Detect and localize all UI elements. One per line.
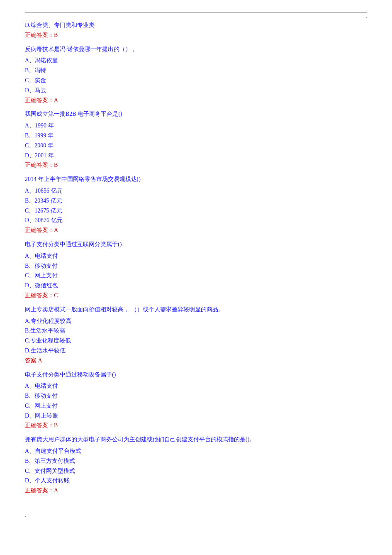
question-block-q5: 电子支付分类中通过互联网分类属于() A、电话支付 B、移动支付 C、网上支付 … <box>25 240 367 301</box>
question-text-q3: 我国成立第一批B2B 电子商务平台是() <box>25 109 367 119</box>
answer-q7: 正确答案：B <box>25 421 367 430</box>
option-a-q4: A、10856 亿元 <box>25 186 367 196</box>
option-b-q6: B.生活水平较高 <box>25 326 367 336</box>
option-a-q5: A、电话支付 <box>25 251 367 261</box>
answer-q4: 正确答案：A <box>25 225 367 235</box>
option-b-q4: B、20345 亿元 <box>25 196 367 206</box>
answer-q1: 正确答案：B <box>25 30 367 40</box>
option-c-q4: C、12675 亿元 <box>25 206 367 216</box>
question-block-q1: D.综合类、专门类和专业类 正确答案：B <box>25 20 367 40</box>
option-b-q7: B、移动支付 <box>25 391 367 401</box>
option-c-q7: C、网上支付 <box>25 401 367 411</box>
question-block-q8: 拥有庞大用户群体的大型电子商务公司为主创建或他们自己创建支付平台的模式指的是()… <box>25 435 367 496</box>
top-divider <box>25 12 367 13</box>
answer-q5: 正确答案：C <box>25 291 367 301</box>
option-c-q3: C、2000 年 <box>25 141 367 151</box>
option-a-q2: A、冯诺依曼 <box>25 56 367 66</box>
option-d-q8: D、个人支付转账 <box>25 476 367 486</box>
option-d-q2: D、马云 <box>25 86 367 95</box>
answer-q8: 正确答案：A <box>25 486 367 496</box>
option-c-q5: C、网上支付 <box>25 271 367 281</box>
option-d-q1: D.综合类、专门类和专业类 <box>25 20 367 30</box>
question-text-q7: 电子支付分类中通过移动设备属于() <box>25 370 367 380</box>
question-block-q3: 我国成立第一批B2B 电子商务平台是() A、1990 年 B、1999 年 C… <box>25 109 367 170</box>
question-block-q7: 电子支付分类中通过移动设备属于() A、电话支付 B、移动支付 C、网上支付 D… <box>25 370 367 431</box>
question-block-q6: 网上专卖店模式一般面向价值相对较高， （）或个人需求差异较明显的商品。 A.专业… <box>25 305 367 366</box>
question-text-q4: 2014 年上半年中国网络零售市场交易规模达() <box>25 174 367 184</box>
option-b-q2: B、冯特 <box>25 66 367 76</box>
question-block-q2: 反病毒技术是冯·诺依曼哪一年提出的（） 。 A、冯诺依曼 B、冯特 C、窦金 D… <box>25 44 367 105</box>
bottom-dot: . <box>25 512 27 518</box>
option-d-q3: D、2001 年 <box>25 151 367 161</box>
answer-q2: 正确答案：A <box>25 95 367 105</box>
option-d-q7: D、网上转账 <box>25 411 367 421</box>
top-dot: . <box>366 13 368 20</box>
option-c-q6: C.专业化程度较低 <box>25 336 367 346</box>
question-text-q5: 电子支付分类中通过互联网分类属于() <box>25 240 367 249</box>
option-c-q8: C、支付网关型模式 <box>25 466 367 476</box>
option-d-q6: D.生活水平较低 <box>25 346 367 356</box>
option-b-q5: B、移动支付 <box>25 261 367 271</box>
option-b-q8: B、第三方支付模式 <box>25 456 367 466</box>
option-c-q2: C、窦金 <box>25 76 367 86</box>
option-a-q3: A、1990 年 <box>25 121 367 131</box>
option-a-q7: A、电话支付 <box>25 381 367 391</box>
answer-q3: 正确答案：B <box>25 160 367 170</box>
option-b-q3: B、1999 年 <box>25 131 367 141</box>
option-d-q4: D、30876 亿元 <box>25 215 367 225</box>
option-a-q6: A.专业化程度较高 <box>25 316 367 326</box>
question-text-q8: 拥有庞大用户群体的大型电子商务公司为主创建或他们自己创建支付平台的模式指的是()… <box>25 435 367 445</box>
question-text-q2: 反病毒技术是冯·诺依曼哪一年提出的（） 。 <box>25 44 367 54</box>
question-block-q4: 2014 年上半年中国网络零售市场交易规模达() A、10856 亿元 B、20… <box>25 174 367 235</box>
option-d-q5: D、微信红包 <box>25 281 367 291</box>
question-text-q6: 网上专卖店模式一般面向价值相对较高， （）或个人需求差异较明显的商品。 <box>25 305 367 315</box>
option-a-q8: A、自建支付平台模式 <box>25 446 367 456</box>
answer-q6: 答案 A <box>25 356 367 366</box>
